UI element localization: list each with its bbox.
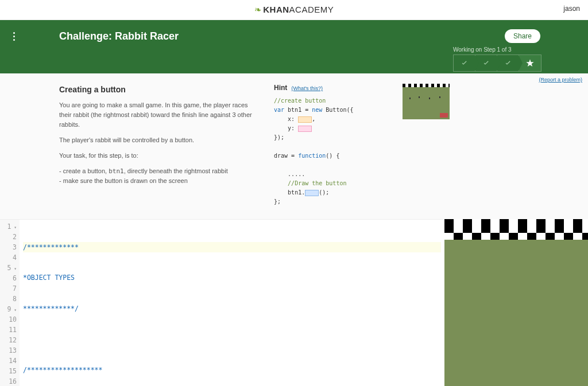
challenge-header: Challenge: Rabbit Racer Share Working on… bbox=[0, 20, 588, 73]
page-title: Challenge: Rabbit Racer bbox=[59, 30, 529, 42]
hint-panel: Hint (What's this?) //create button var … bbox=[274, 84, 389, 206]
menu-icon[interactable] bbox=[7, 28, 21, 44]
hint-blank-x[interactable] bbox=[298, 116, 312, 123]
hint-code: //create button var btn1 = new Button({ … bbox=[274, 96, 389, 206]
username-link[interactable]: jason bbox=[563, 5, 580, 13]
code-editor[interactable]: 123456789101112131415161718192021 /*****… bbox=[0, 219, 444, 386]
report-problem-link[interactable]: (Report a problem) bbox=[539, 77, 582, 83]
instructions-panel: Creating a button You are going to make … bbox=[59, 84, 260, 206]
instructions-heading: Creating a button bbox=[59, 84, 260, 96]
instructions-task-lead: Your task, for this step, is to: bbox=[59, 151, 260, 161]
progress-tracker: Working on Step 1 of 3 bbox=[453, 46, 541, 72]
hint-preview bbox=[403, 84, 450, 206]
topbar: ❧KHANACADEMY jason bbox=[0, 0, 588, 20]
code-content[interactable]: /************* *OBJECT TYPES ***********… bbox=[20, 220, 444, 386]
instructions-para: You are going to make a small game. In t… bbox=[59, 100, 260, 130]
share-button[interactable]: Share bbox=[505, 29, 540, 43]
progress-step-1[interactable] bbox=[454, 55, 475, 71]
finish-line bbox=[444, 219, 588, 233]
instructions-task-item: - make sure the button is drawn on the s… bbox=[59, 176, 260, 186]
output-canvas bbox=[444, 219, 588, 386]
logo[interactable]: ❧KHANACADEMY bbox=[254, 5, 334, 15]
instructions-task-item: - create a button, btn1, directly beneat… bbox=[59, 166, 260, 176]
line-gutter: 123456789101112131415161718192021 bbox=[0, 220, 20, 386]
progress-label: Working on Step 1 of 3 bbox=[453, 46, 541, 53]
hint-blank-y[interactable] bbox=[298, 126, 312, 132]
finish-line bbox=[444, 233, 588, 240]
instructions-para: The player's rabbit will be controlled b… bbox=[59, 135, 260, 145]
hint-whats-this-link[interactable]: (What's this?) bbox=[291, 85, 323, 91]
hint-title: Hint bbox=[274, 84, 287, 92]
hint-blank-draw[interactable] bbox=[305, 190, 319, 196]
